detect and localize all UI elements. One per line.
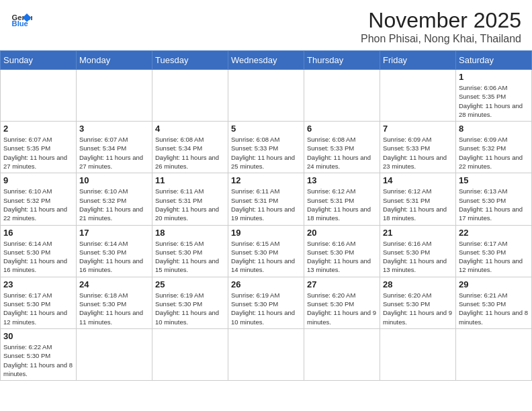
page-header: General Blue November 2025 Phon Phisai, … <box>0 0 532 50</box>
day-22: 22 Sunrise: 6:17 AM Sunset: 5:30 PM Dayl… <box>456 225 532 277</box>
day-24: 24 Sunrise: 6:18 AM Sunset: 5:30 PM Dayl… <box>77 277 152 328</box>
logo-icon: General Blue <box>11 8 32 30</box>
day-16: 16 Sunrise: 6:14 AM Sunset: 5:30 PM Dayl… <box>1 225 77 277</box>
day-11: 11 Sunrise: 6:11 AM Sunset: 5:31 PM Dayl… <box>152 173 228 225</box>
empty-cell <box>1 70 77 122</box>
week-5-row: 23 Sunrise: 6:17 AM Sunset: 5:30 PM Dayl… <box>1 277 532 328</box>
location-title: Phon Phisai, Nong Khai, Thailand <box>361 33 521 45</box>
day-25: 25 Sunrise: 6:19 AM Sunset: 5:30 PM Dayl… <box>152 277 228 328</box>
title-block: November 2025 Phon Phisai, Nong Khai, Th… <box>361 8 521 45</box>
empty-cell <box>228 70 304 122</box>
empty-cell <box>152 70 228 122</box>
day-10: 10 Sunrise: 6:10 AM Sunset: 5:32 PM Dayl… <box>77 173 152 225</box>
empty-cell <box>304 70 380 122</box>
header-saturday: Saturday <box>456 51 532 70</box>
day-8: 8 Sunrise: 6:09 AM Sunset: 5:32 PM Dayli… <box>456 122 532 173</box>
empty-cell <box>228 328 304 380</box>
day-14: 14 Sunrise: 6:12 AM Sunset: 5:31 PM Dayl… <box>380 173 456 225</box>
day-19: 19 Sunrise: 6:15 AM Sunset: 5:30 PM Dayl… <box>228 225 304 277</box>
header-monday: Monday <box>77 51 152 70</box>
header-sunday: Sunday <box>1 51 77 70</box>
day-28: 28 Sunrise: 6:20 AM Sunset: 5:30 PM Dayl… <box>380 277 456 328</box>
day-17: 17 Sunrise: 6:14 AM Sunset: 5:30 PM Dayl… <box>77 225 152 277</box>
empty-cell <box>304 328 380 380</box>
header-tuesday: Tuesday <box>152 51 228 70</box>
day-30: 30 Sunrise: 6:22 AM Sunset: 5:30 PM Dayl… <box>1 328 77 380</box>
day-5: 5 Sunrise: 6:08 AM Sunset: 5:33 PM Dayli… <box>228 122 304 173</box>
day-12: 12 Sunrise: 6:11 AM Sunset: 5:31 PM Dayl… <box>228 173 304 225</box>
day-13: 13 Sunrise: 6:12 AM Sunset: 5:31 PM Dayl… <box>304 173 380 225</box>
empty-cell <box>77 70 152 122</box>
weekday-header-row: Sunday Monday Tuesday Wednesday Thursday… <box>1 51 532 70</box>
day-26: 26 Sunrise: 6:19 AM Sunset: 5:30 PM Dayl… <box>228 277 304 328</box>
day-2: 2 Sunrise: 6:07 AM Sunset: 5:35 PM Dayli… <box>1 122 77 173</box>
day-7: 7 Sunrise: 6:09 AM Sunset: 5:33 PM Dayli… <box>380 122 456 173</box>
day-9: 9 Sunrise: 6:10 AM Sunset: 5:32 PM Dayli… <box>1 173 77 225</box>
day-23: 23 Sunrise: 6:17 AM Sunset: 5:30 PM Dayl… <box>1 277 77 328</box>
empty-cell <box>456 328 532 380</box>
calendar-table: Sunday Monday Tuesday Wednesday Thursday… <box>0 50 532 381</box>
day-29: 29 Sunrise: 6:21 AM Sunset: 5:30 PM Dayl… <box>456 277 532 328</box>
logo: General Blue <box>11 8 32 30</box>
day-4: 4 Sunrise: 6:08 AM Sunset: 5:34 PM Dayli… <box>152 122 228 173</box>
day-20: 20 Sunrise: 6:16 AM Sunset: 5:30 PM Dayl… <box>304 225 380 277</box>
day-21: 21 Sunrise: 6:16 AM Sunset: 5:30 PM Dayl… <box>380 225 456 277</box>
header-thursday: Thursday <box>304 51 380 70</box>
day-15: 15 Sunrise: 6:13 AM Sunset: 5:30 PM Dayl… <box>456 173 532 225</box>
week-4-row: 16 Sunrise: 6:14 AM Sunset: 5:30 PM Dayl… <box>1 225 532 277</box>
day-6: 6 Sunrise: 6:08 AM Sunset: 5:33 PM Dayli… <box>304 122 380 173</box>
day-27: 27 Sunrise: 6:20 AM Sunset: 5:30 PM Dayl… <box>304 277 380 328</box>
week-3-row: 9 Sunrise: 6:10 AM Sunset: 5:32 PM Dayli… <box>1 173 532 225</box>
week-2-row: 2 Sunrise: 6:07 AM Sunset: 5:35 PM Dayli… <box>1 122 532 173</box>
empty-cell <box>380 70 456 122</box>
month-title: November 2025 <box>361 8 521 33</box>
empty-cell <box>380 328 456 380</box>
week-6-row: 30 Sunrise: 6:22 AM Sunset: 5:30 PM Dayl… <box>1 328 532 380</box>
week-1-row: 1 Sunrise: 6:06 AM Sunset: 5:35 PM Dayli… <box>1 70 532 122</box>
header-wednesday: Wednesday <box>228 51 304 70</box>
header-friday: Friday <box>380 51 456 70</box>
empty-cell <box>152 328 228 380</box>
day-18: 18 Sunrise: 6:15 AM Sunset: 5:30 PM Dayl… <box>152 225 228 277</box>
day-3: 3 Sunrise: 6:07 AM Sunset: 5:34 PM Dayli… <box>77 122 152 173</box>
day-1: 1 Sunrise: 6:06 AM Sunset: 5:35 PM Dayli… <box>456 70 532 122</box>
empty-cell <box>77 328 152 380</box>
